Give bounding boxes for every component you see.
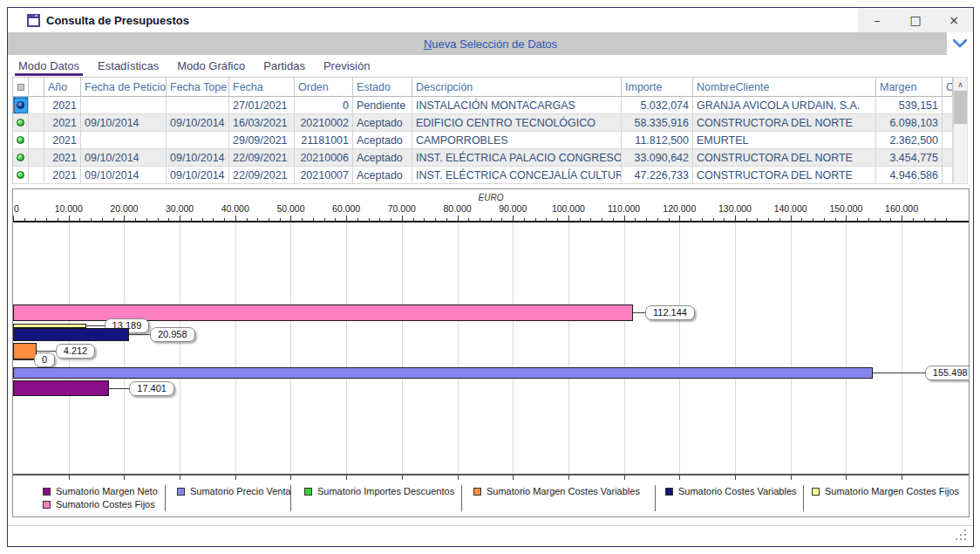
row-status-icon bbox=[17, 136, 24, 144]
table-cell: 09/10/2014 bbox=[81, 149, 167, 167]
legend-color-chip bbox=[177, 488, 185, 496]
legend-divider bbox=[655, 485, 656, 511]
axis-tick bbox=[168, 218, 169, 221]
chart-panel: EURO 010.00020.00030.00040.00050.00060.0… bbox=[12, 188, 970, 517]
row-status-icon bbox=[17, 119, 24, 127]
legend-label: Sumatorio Costes Fijos bbox=[56, 499, 155, 510]
axis-tick bbox=[468, 218, 469, 221]
column-header-ano[interactable]: Año bbox=[44, 78, 81, 97]
axis-tick bbox=[124, 215, 125, 221]
axis-tick bbox=[102, 218, 103, 221]
column-header-descripcion[interactable]: Descripción bbox=[412, 78, 622, 97]
axis-tick bbox=[613, 218, 614, 221]
table-cell: 2021 bbox=[44, 114, 81, 132]
axis-tick-label: 160.000 bbox=[885, 203, 918, 214]
row-indicator-cell[interactable] bbox=[13, 167, 29, 184]
bar-sumatorio-costes-variables[interactable] bbox=[13, 328, 129, 341]
table-cell: 29/09/2021 bbox=[229, 132, 295, 149]
legend-divider bbox=[165, 485, 166, 511]
axis-tick bbox=[657, 218, 658, 221]
tab-modo-datos[interactable]: Modo Datos bbox=[17, 55, 81, 76]
axis-tick bbox=[346, 475, 347, 480]
bar-sumatorio-margen-neto[interactable] bbox=[13, 380, 109, 396]
scroll-up-icon[interactable]: ∧ bbox=[954, 78, 967, 91]
close-button[interactable]: × bbox=[935, 8, 973, 32]
minimize-button[interactable]: – bbox=[858, 8, 896, 32]
column-header[interactable] bbox=[29, 78, 44, 97]
axis-tick bbox=[735, 215, 736, 221]
app-window-icon bbox=[27, 14, 40, 27]
axis-tick bbox=[902, 215, 902, 221]
column-header-fecha-de-peticion[interactable]: Fecha de Peticion bbox=[81, 78, 167, 97]
column-header-estado[interactable]: Estado bbox=[353, 78, 412, 97]
axis-tick bbox=[424, 218, 425, 221]
expand-selection-button[interactable] bbox=[947, 32, 973, 55]
axis-tick-label: 90.000 bbox=[499, 203, 527, 214]
axis-tick bbox=[357, 218, 358, 221]
column-header-nombrecliente[interactable]: NombreCliente bbox=[693, 78, 876, 97]
callout-line bbox=[129, 334, 150, 335]
table-cell: 5.032,074 bbox=[622, 97, 693, 114]
axis-tick bbox=[24, 218, 25, 221]
column-header-margen[interactable]: Margen bbox=[876, 78, 943, 97]
table-cell: 6.098,103 bbox=[876, 114, 943, 132]
legend-label: Sumatorio Margen Neto bbox=[56, 486, 158, 496]
axis-tick bbox=[180, 215, 180, 221]
callout-line bbox=[86, 325, 105, 326]
gridline bbox=[346, 222, 347, 474]
axis-tick bbox=[768, 218, 769, 221]
column-header-importe[interactable]: Importe bbox=[622, 78, 693, 97]
axis-tick bbox=[124, 475, 125, 480]
axis-tick bbox=[646, 218, 647, 221]
axis-tick bbox=[757, 218, 758, 221]
axis-tick bbox=[202, 218, 203, 221]
legend-item-sumatorio-margen-costes-fijos: Sumatorio Margen Costes Fijos bbox=[812, 486, 959, 496]
axis-tick bbox=[224, 218, 225, 221]
table-cell: 09/10/2014 bbox=[81, 114, 167, 132]
status-bar bbox=[8, 525, 973, 546]
data-grid: AñoFecha de PeticionFecha TopeFechaOrden… bbox=[12, 77, 953, 184]
maximize-button[interactable]: □ bbox=[896, 8, 935, 32]
axis-tick-label: 80.000 bbox=[443, 203, 471, 214]
bar-sumatorio-costes-fijos[interactable] bbox=[13, 304, 633, 321]
gridline bbox=[568, 222, 569, 474]
legend-item-sumatorio-importes-descuentos: Sumatorio Importes Descuentos bbox=[304, 486, 454, 496]
table-cell: 2021 bbox=[44, 97, 81, 114]
row-indicator-cell[interactable] bbox=[13, 149, 29, 167]
column-header-fecha[interactable]: Fecha bbox=[229, 78, 295, 97]
scrollbar-thumb[interactable] bbox=[954, 91, 967, 124]
row-indicator-cell[interactable] bbox=[13, 132, 29, 149]
table-cell: CONSTRUCTORA DEL NORTE bbox=[693, 149, 876, 167]
legend-color-chip bbox=[43, 501, 51, 509]
row-indicator-cell[interactable] bbox=[13, 114, 29, 132]
axis-tick bbox=[779, 218, 780, 221]
bar-sumatorio-precio-venta[interactable] bbox=[13, 367, 873, 379]
tab-estadisticas[interactable]: Estadísticas bbox=[96, 55, 160, 76]
column-header[interactable] bbox=[13, 78, 29, 97]
legend-item-sumatorio-precio-venta: Sumatorio Precio Venta bbox=[177, 486, 291, 496]
axis-tick bbox=[513, 215, 514, 221]
row-indicator-cell[interactable] bbox=[13, 97, 29, 114]
selection-bar[interactable]: Nueva Selección de Datos bbox=[8, 32, 973, 55]
axis-tick bbox=[313, 218, 314, 221]
tab-modo-grafico[interactable]: Modo Gráfico bbox=[175, 55, 247, 76]
table-scrollbar[interactable]: ∧ bbox=[953, 77, 968, 184]
axis-tick bbox=[290, 215, 291, 221]
axis-tick bbox=[79, 218, 80, 221]
legend-color-chip bbox=[43, 488, 51, 496]
tab-partidas[interactable]: Partidas bbox=[262, 55, 307, 76]
axis-tick-label: 20.000 bbox=[110, 203, 138, 214]
bar-sumatorio-margen-costes-variables[interactable] bbox=[13, 343, 37, 359]
column-header-orden[interactable]: Orden bbox=[295, 78, 353, 97]
axis-tick bbox=[713, 218, 714, 221]
row-spacer-cell bbox=[29, 97, 44, 114]
gridline bbox=[846, 222, 847, 474]
window-controls: – □ × bbox=[858, 8, 973, 32]
bar-value-label: 4.212 bbox=[56, 344, 96, 359]
tab-prevision[interactable]: Previsión bbox=[322, 55, 371, 76]
column-header-c[interactable]: C bbox=[943, 78, 953, 97]
resize-grip[interactable] bbox=[956, 530, 966, 540]
gridline bbox=[458, 222, 459, 474]
table-cell: 33.090,642 bbox=[622, 149, 693, 167]
column-header-fecha-tope[interactable]: Fecha Tope bbox=[167, 78, 229, 97]
